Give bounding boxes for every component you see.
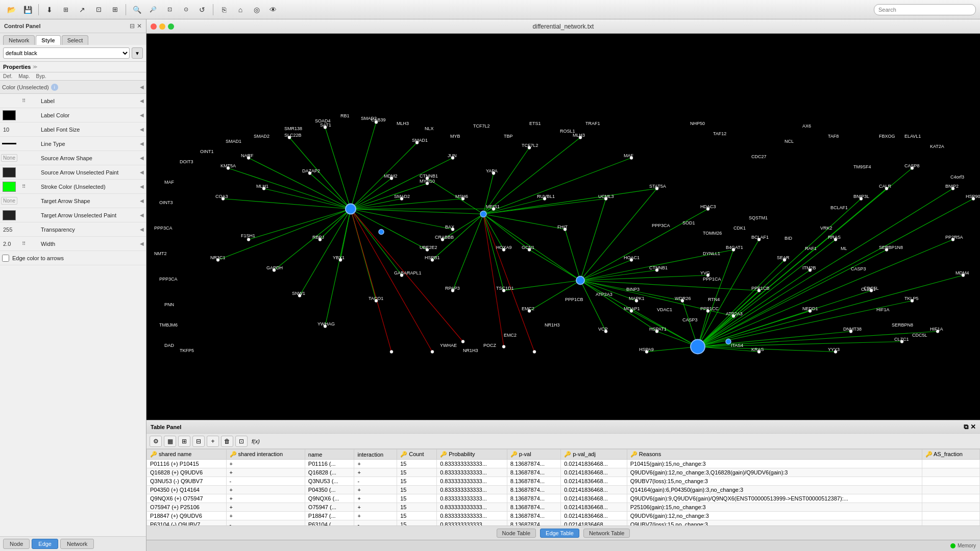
control-panel-title: Control Panel bbox=[4, 23, 41, 29]
col-header-as-fraction[interactable]: 🔑 AS_fraction bbox=[922, 449, 979, 460]
svg-text:TBP: TBP bbox=[504, 134, 513, 139]
eye-button[interactable]: 👁 bbox=[266, 3, 280, 16]
svg-text:RBPJ: RBPJ bbox=[312, 235, 324, 240]
table-settings-button[interactable]: ⚙ bbox=[150, 436, 162, 447]
share-button[interactable]: ↗ bbox=[75, 3, 89, 16]
prop-map-width: ⠿ bbox=[18, 241, 29, 246]
svg-text:HDAC3: HDAC3 bbox=[700, 204, 716, 209]
zoom-out-button[interactable]: 🔎 bbox=[146, 3, 160, 16]
width-arrow[interactable]: ◀ bbox=[140, 241, 144, 246]
collapse-arrow-icon[interactable]: ◀ bbox=[140, 84, 144, 90]
col-header-name[interactable]: name bbox=[305, 449, 354, 460]
table-add-button[interactable]: + bbox=[207, 436, 219, 447]
table-link-button[interactable]: ⊡ bbox=[235, 436, 248, 447]
svg-text:SMAD2: SMAD2 bbox=[361, 116, 377, 121]
import-button[interactable]: ⬇ bbox=[42, 3, 57, 16]
zoom-in-button[interactable]: 🔍 bbox=[130, 3, 144, 16]
col-header-pval[interactable]: 🔑 p-val bbox=[507, 449, 560, 460]
source-paint-swatch[interactable] bbox=[3, 167, 16, 178]
line-type-arrow[interactable]: ◀ bbox=[140, 141, 144, 146]
table-merge-button[interactable]: ⊞ bbox=[178, 436, 190, 447]
search-input[interactable] bbox=[874, 4, 976, 15]
transparency-prop-name: Transparency bbox=[41, 227, 138, 233]
table-container[interactable]: 🔑 shared name 🔑 shared interaction name … bbox=[146, 449, 980, 525]
dots-icon-width[interactable]: ⠿ bbox=[22, 241, 26, 246]
hide-button[interactable]: ◎ bbox=[250, 3, 264, 16]
table-columns-button[interactable]: ▦ bbox=[164, 436, 176, 447]
info-icon[interactable]: i bbox=[51, 84, 58, 91]
prop-def-line-type bbox=[2, 143, 16, 144]
minimize-window-button[interactable] bbox=[159, 23, 165, 30]
target-paint-swatch[interactable] bbox=[3, 210, 16, 220]
prop-def-source-arrow: None bbox=[2, 154, 16, 162]
label-prop-arrow[interactable]: ◀ bbox=[140, 98, 144, 104]
dropdown-arrow-button[interactable]: ▼ bbox=[132, 47, 143, 59]
bottom-tab-edge[interactable]: Edge bbox=[32, 539, 58, 549]
prop-map-label: ⠿ bbox=[18, 98, 29, 104]
col-header-probability[interactable]: 🔑 Probability bbox=[437, 449, 507, 460]
col-header-count[interactable]: 🔑 Count bbox=[397, 449, 437, 460]
refresh-button[interactable]: ↺ bbox=[195, 3, 209, 16]
panel-settings-icon[interactable]: ⊟ bbox=[130, 22, 135, 30]
transparency-arrow[interactable]: ◀ bbox=[140, 227, 144, 232]
svg-text:VRK2: VRK2 bbox=[820, 226, 832, 231]
tab-select[interactable]: Select bbox=[62, 35, 89, 45]
svg-text:YWHAG: YWHAG bbox=[317, 321, 335, 327]
props-collapse-icon[interactable]: ≫ bbox=[33, 64, 37, 69]
col-def: Def. bbox=[3, 73, 12, 79]
target-paint-arrow[interactable]: ◀ bbox=[140, 212, 144, 218]
col-header-shared-interaction[interactable]: 🔑 shared interaction bbox=[226, 449, 305, 460]
svg-text:ROSL1: ROSL1 bbox=[560, 129, 575, 134]
edge-color-to-arrows-checkbox[interactable] bbox=[2, 255, 9, 262]
table-panel-expand-icon[interactable]: ⧉ bbox=[964, 423, 968, 431]
stroke-color-swatch[interactable] bbox=[3, 182, 16, 192]
open-file-button[interactable]: 📂 bbox=[4, 3, 18, 16]
font-size-arrow[interactable]: ◀ bbox=[140, 127, 144, 132]
col-header-pval-adj[interactable]: 🔑 p-val_adj bbox=[561, 449, 627, 460]
tab-style[interactable]: Style bbox=[36, 35, 60, 45]
source-arrow-arrow[interactable]: ◀ bbox=[140, 155, 144, 161]
network-canvas[interactable]: NARF SLC22B SAT1 CAB39 SMAD1 JUN COA3 F1… bbox=[146, 34, 980, 420]
memory-indicator[interactable]: Memory bbox=[950, 543, 976, 548]
svg-text:SOAD4: SOAD4 bbox=[315, 118, 331, 123]
table-tab-node[interactable]: Node Table bbox=[497, 529, 536, 538]
dots-icon-stroke[interactable]: ⠿ bbox=[22, 184, 26, 189]
table-tab-network[interactable]: Network Table bbox=[583, 529, 630, 538]
maximize-window-button[interactable] bbox=[168, 23, 174, 30]
main-toolbar: 📂 💾 ⬇ ⊞ ↗ ⊡ ⊞ 🔍 🔎 ⊡ ⊙ ↺ ⎘ ⌂ ◎ 👁 bbox=[0, 0, 980, 19]
close-window-button[interactable] bbox=[151, 23, 157, 30]
col-header-shared-name[interactable]: 🔑 shared name bbox=[147, 449, 227, 460]
svg-text:PPP1CA: PPP1CA bbox=[703, 277, 721, 282]
table-tab-edge[interactable]: Edge Table bbox=[540, 529, 579, 538]
save-file-button[interactable]: 💾 bbox=[20, 3, 35, 16]
table-panel-close-icon[interactable]: ✕ bbox=[970, 423, 976, 431]
copy-button[interactable]: ⎘ bbox=[217, 3, 231, 16]
zoom-fit-button[interactable]: ⊡ bbox=[162, 3, 177, 16]
table-split-button[interactable]: ⊟ bbox=[192, 436, 205, 447]
panel-close-icon[interactable]: ✕ bbox=[137, 22, 142, 30]
line-type-swatch[interactable] bbox=[2, 143, 16, 144]
source-paint-arrow[interactable]: ◀ bbox=[140, 169, 144, 175]
svg-text:BCLAF1: BCLAF1 bbox=[830, 205, 848, 210]
svg-text:SMAD1: SMAD1 bbox=[412, 138, 428, 143]
col-header-interaction[interactable]: interaction bbox=[354, 449, 397, 460]
dots-icon-label[interactable]: ⠿ bbox=[22, 98, 26, 104]
zoom-sel-button[interactable]: ⊙ bbox=[179, 3, 193, 16]
bottom-tab-node[interactable]: Node bbox=[3, 539, 30, 549]
prop-row-transparency: 255 Transparency ◀ bbox=[0, 222, 146, 237]
bottom-tab-network[interactable]: Network bbox=[60, 539, 94, 549]
col-header-reasons[interactable]: 🔑 Reasons bbox=[627, 449, 922, 460]
layout2-button[interactable]: ⊞ bbox=[108, 3, 122, 16]
label-color-arrow[interactable]: ◀ bbox=[140, 112, 144, 118]
svg-text:CLZC1: CLZC1 bbox=[861, 287, 876, 292]
svg-text:GCN1: GCN1 bbox=[522, 245, 534, 250]
tab-network[interactable]: Network bbox=[3, 35, 35, 45]
style-dropdown[interactable]: default black bbox=[3, 47, 130, 59]
stroke-color-arrow[interactable]: ◀ bbox=[140, 184, 144, 189]
target-arrow-arrow[interactable]: ◀ bbox=[140, 198, 144, 204]
table-delete-button[interactable]: 🗑 bbox=[221, 436, 233, 447]
export-table-button[interactable]: ⊞ bbox=[59, 3, 73, 16]
home-button[interactable]: ⌂ bbox=[233, 3, 248, 16]
layout1-button[interactable]: ⊡ bbox=[91, 3, 106, 16]
label-color-swatch[interactable] bbox=[3, 110, 16, 120]
